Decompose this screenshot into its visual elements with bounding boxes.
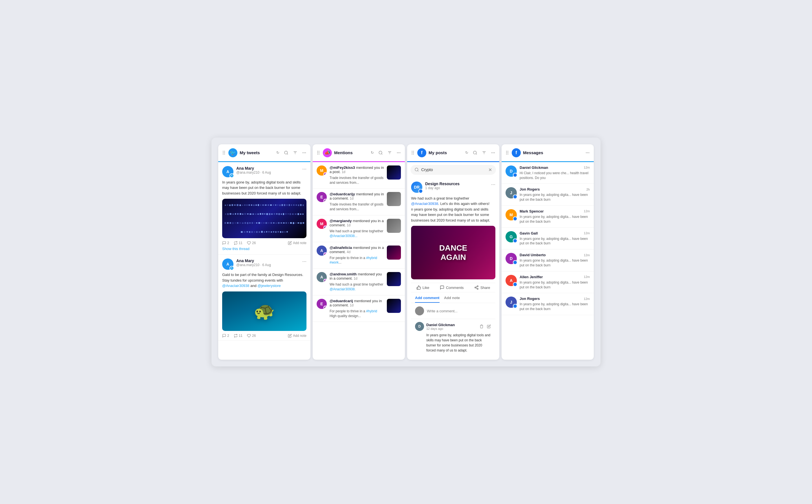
mention-avatar-3: A 📷	[317, 246, 327, 256]
message-name-5: Allen Jeniffer	[520, 275, 543, 279]
more-button-mentions[interactable]	[396, 150, 401, 156]
post-mention[interactable]: @Anaclair30938	[411, 202, 438, 206]
message-item-0[interactable]: D Daniel Glickman 12m Hi Clair, I notice…	[502, 162, 594, 184]
filter-button-mentions[interactable]	[387, 150, 392, 156]
message-name-0: Daniel Glickman	[520, 165, 548, 170]
refresh-button-posts[interactable]: ↻	[465, 150, 469, 155]
mention-header-0: @miFey2kiss3 mentioned you in a post. 1d	[330, 165, 384, 174]
tweet-more-button[interactable]: ···	[302, 166, 306, 172]
message-item-2[interactable]: M Mark Spencer 12m In years gone by, ado…	[502, 206, 594, 228]
message-avatar-6: J	[506, 297, 517, 308]
show-thread-button[interactable]: Show this thread	[222, 245, 250, 251]
message-content-5: Allen Jeniffer 12m In years gone by, ado…	[520, 275, 590, 290]
add-note-action[interactable]: Add note	[288, 241, 306, 245]
mention-thumbnail-0	[387, 165, 401, 180]
comments-button[interactable]: Comments	[440, 285, 464, 290]
filter-button-posts[interactable]	[481, 150, 487, 156]
comment-trash-button[interactable]	[479, 324, 484, 329]
message-content-1: Jon Rogers 2h In years gone by, adopting…	[520, 187, 590, 202]
like-icon	[416, 285, 421, 290]
message-item-6[interactable]: J Jon Rogers 12m In years gone by, adopt…	[502, 293, 594, 315]
refresh-button-tweets[interactable]: ↻	[276, 150, 280, 155]
comment-edit-button[interactable]	[486, 324, 491, 329]
tweet-more-button-2[interactable]: ···	[302, 258, 306, 264]
like-action-2[interactable]: 26	[247, 334, 256, 338]
tweet-actions: 2 11 26 Add note	[222, 241, 306, 245]
svg-point-24	[477, 288, 478, 289]
message-item-4[interactable]: D David Umberto 12m In years gone by, ad…	[502, 249, 594, 271]
column-avatar-messages: f	[512, 148, 521, 157]
tweet-avatar: A 𝕏	[222, 166, 233, 177]
message-item-5[interactable]: A Allen Jeniffer 12m In years gone by, a…	[502, 271, 594, 293]
post-more-button[interactable]: ···	[491, 182, 495, 187]
column-actions-tweets: ↻	[276, 150, 307, 156]
twitter-badge-2: 𝕏	[230, 266, 234, 270]
message-text-0: Hi Clair, I noticed you were che... heal…	[520, 171, 590, 180]
mention-text-3: For people to thrive in a #hybrid #work.…	[330, 256, 384, 265]
svg-point-13	[400, 152, 400, 153]
mention-jewlery[interactable]: @jewlerystore	[257, 284, 281, 288]
comment-item-name: Daniel Glickman	[426, 323, 477, 327]
mention-anaclair[interactable]: @Anaclair30938	[222, 284, 249, 288]
mention-content-1: @eduardcarijy mentioned you in a comment…	[330, 192, 384, 212]
retweet-action[interactable]: 11	[234, 241, 242, 245]
search-button-mentions[interactable]	[378, 150, 383, 156]
column-actions-posts: ↻	[465, 150, 496, 156]
search-button-tweets[interactable]	[283, 150, 289, 156]
mention-header-4: @andrew.smith mentioned you in a comment…	[330, 272, 384, 280]
mention-header-1: @eduardcarijy mentioned you in a comment…	[330, 192, 384, 200]
tweet-image-turtle: 🐢	[222, 291, 306, 331]
like-button[interactable]: Like	[416, 285, 429, 290]
drag-handle-mentions[interactable]	[316, 150, 321, 156]
drag-handle-tweets[interactable]	[222, 150, 226, 156]
post-card: DR Design Resources 1 day ago ··· We had…	[407, 178, 499, 360]
column-title-mentions: Mentions	[334, 150, 368, 155]
reply-action[interactable]: 2	[222, 241, 229, 245]
drag-handle-posts[interactable]	[411, 150, 415, 156]
add-comment-tab[interactable]: Add comment	[415, 296, 440, 303]
column-my-posts: f My posts ↻ ✕	[407, 144, 499, 360]
fb-badge-msg-5	[513, 282, 517, 287]
mention-thumbnail-1	[387, 192, 401, 206]
comment-input[interactable]	[427, 309, 491, 313]
message-avatar-2: M	[506, 209, 517, 220]
drag-handle-messages[interactable]	[505, 150, 509, 156]
retweet-action-2[interactable]: 11	[234, 334, 242, 338]
more-button-tweets[interactable]	[301, 150, 307, 156]
share-icon	[474, 285, 479, 290]
tweet-name: Ana Mary	[236, 166, 299, 171]
add-note-action-2[interactable]: Add note	[288, 334, 306, 338]
refresh-button-mentions[interactable]: ↻	[370, 150, 374, 155]
search-bar-posts: ✕	[411, 165, 496, 175]
mention-link-2[interactable]: @Anaclair30938...	[330, 234, 358, 238]
mention-item-3: A 📷 @alinafelicia mentioned you in a com…	[313, 242, 405, 269]
mention-avatar-5: E 📷	[317, 299, 327, 309]
tweet-card-2: A 𝕏 Ana Mary @ana.mary210 · 6 Aug ··· Ga…	[218, 255, 310, 341]
post-image-text: DANCEAGAIN	[439, 243, 467, 262]
share-button[interactable]: Share	[474, 285, 490, 290]
message-item-3[interactable]: G Gavin Gall 12m In years gone by, adopt…	[502, 228, 594, 250]
mention-avatar-1: E 📷	[317, 192, 327, 202]
svg-point-5	[304, 152, 305, 153]
message-avatar-3: G	[506, 231, 517, 242]
more-button-messages[interactable]	[585, 150, 590, 156]
search-clear-button[interactable]: ✕	[488, 167, 492, 173]
search-button-posts[interactable]	[472, 150, 478, 156]
tweet-handle-date: @ana.mary210 · 6 Aug	[236, 171, 299, 174]
comment-item: D Daniel Glickman 12 days ago	[411, 319, 495, 356]
twitter-badge: 𝕏	[230, 173, 234, 178]
add-note-tab[interactable]: Add note	[444, 296, 460, 303]
tweet-header-2: A 𝕏 Ana Mary @ana.mary210 · 6 Aug ···	[222, 258, 306, 270]
message-time-4: 12m	[584, 253, 590, 257]
mention-header-3: @alinafelicia mentioned you in a comment…	[330, 246, 384, 254]
reply-action-2[interactable]: 2	[222, 334, 229, 338]
tweet-meta: Ana Mary @ana.mary210 · 6 Aug	[236, 166, 299, 174]
filter-button-tweets[interactable]	[292, 150, 298, 156]
like-action[interactable]: 26	[247, 241, 256, 245]
message-item-1[interactable]: J Jon Rogers 2h In years gone by, adopti…	[502, 184, 594, 206]
mention-content-3: @alinafelicia mentioned you in a comment…	[330, 246, 384, 265]
message-time-5: 12m	[584, 275, 590, 278]
more-button-posts[interactable]	[490, 150, 496, 156]
search-input-posts[interactable]	[421, 167, 486, 172]
mention-item-2: M 📷 @margiandy mentioned you in a commen…	[313, 215, 405, 242]
